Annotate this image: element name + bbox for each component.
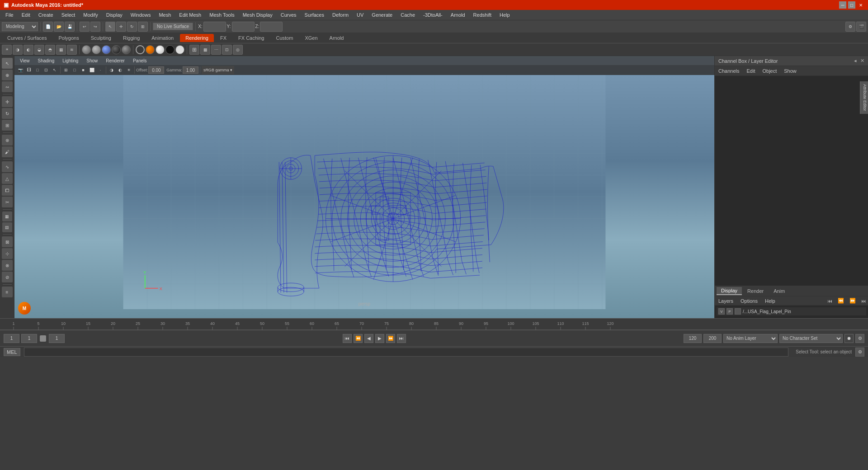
tab-polygons[interactable]: Polygons [53, 34, 84, 42]
display-tab-render[interactable]: Render [743, 287, 768, 295]
y-input[interactable] [232, 22, 255, 32]
bone-lt[interactable]: ⊘ [2, 272, 13, 282]
joint-lt[interactable]: ⊗ [2, 260, 13, 271]
vpt-select[interactable]: ↖ [51, 66, 59, 74]
vp-menu-shading[interactable]: Shading [34, 58, 58, 64]
soft-mod-lt[interactable]: ⊛ [2, 135, 13, 146]
open-scene-button[interactable]: 📂 [54, 22, 64, 32]
viewport[interactable]: View Shading Lighting Show Renderer Pane… [14, 56, 714, 318]
vpt-smooth[interactable]: □ [71, 66, 79, 74]
extrude-lt[interactable]: ⧠ [2, 185, 13, 196]
vpt-camera[interactable]: 📷 [16, 66, 24, 74]
anim-settings-btn[interactable]: ⚙ [855, 334, 864, 343]
sphere-gray-btn[interactable] [82, 45, 91, 54]
snap-settings-button[interactable]: ⚙ [845, 22, 855, 32]
menu-windows[interactable]: Windows [127, 11, 155, 19]
layers-menu-options[interactable]: Options [739, 298, 760, 304]
play-forward-btn[interactable]: ▶ [375, 334, 384, 343]
paint-select-lt[interactable]: ⊕ [2, 70, 13, 80]
rp-control-expand[interactable]: ◂ [854, 58, 857, 64]
specular-btn[interactable]: ◓ [45, 45, 55, 55]
vpt-color-mgmt[interactable]: sRGB gamma ▾ [202, 66, 234, 74]
channels-menu-channels[interactable]: Channels [717, 68, 741, 74]
grid2-lt[interactable]: ▤ [2, 222, 12, 232]
minimize-button[interactable]: ─ [839, 1, 846, 9]
texture-btn[interactable]: ▦ [56, 45, 66, 55]
channels-menu-show[interactable]: Show [782, 68, 798, 74]
tab-arnold-tab[interactable]: Arnold [324, 34, 349, 42]
layer-visibility-btn[interactable]: V [718, 308, 725, 315]
menu-arnold[interactable]: Arnold [447, 11, 469, 19]
move-lt[interactable]: ✛ [2, 96, 13, 107]
lasso-lt[interactable]: ∾ [2, 81, 13, 92]
autokey-btn[interactable]: ⏺ [844, 334, 854, 343]
snap2-btn[interactable]: ⋯ [211, 45, 221, 55]
right-panel-controls[interactable]: ◂ ✕ [854, 58, 864, 64]
select-tool-button[interactable]: ↖ [105, 22, 115, 32]
end-frame-input[interactable] [49, 334, 65, 343]
vp-menu-panels[interactable]: Panels [129, 58, 151, 64]
tab-curves-surfaces[interactable]: Curves / Surfaces [2, 34, 52, 42]
menu-deform[interactable]: Deform [329, 11, 352, 19]
menu-cache[interactable]: Cache [397, 11, 419, 19]
curve-lt[interactable]: ∿ [2, 161, 13, 172]
poly-lt[interactable]: △ [2, 173, 13, 184]
texture2-btn[interactable]: ▩ [200, 45, 210, 55]
menu-modify[interactable]: Modify [80, 11, 101, 19]
menu-help[interactable]: Help [496, 11, 514, 19]
menu-mesh-tools[interactable]: Mesh Tools [206, 11, 238, 19]
menu-generate[interactable]: Generate [368, 11, 396, 19]
tab-rigging[interactable]: Rigging [118, 34, 145, 42]
vpt-resolution[interactable]: □ [33, 66, 42, 74]
tab-custom[interactable]: Custom [271, 34, 299, 42]
sphere-orange-btn[interactable] [156, 45, 165, 54]
script-type-label[interactable]: MEL [4, 348, 20, 356]
tab-rendering[interactable]: Rendering [180, 34, 214, 42]
channels-menu-object[interactable]: Object [760, 68, 778, 74]
grid-lt[interactable]: ▦ [2, 212, 12, 221]
layer-fwd-btn[interactable]: ⏩ [849, 298, 856, 304]
menu-display[interactable]: Display [103, 11, 126, 19]
menu-file[interactable]: File [2, 11, 17, 19]
current-frame-input[interactable] [4, 334, 19, 343]
attribute-editor-tab[interactable]: Attribute Editor [860, 81, 868, 114]
tab-animation[interactable]: Animation [146, 34, 179, 42]
character-set-dropdown[interactable]: No Character Set [779, 334, 843, 343]
vp-menu-show[interactable]: Show [83, 58, 101, 64]
maximize-button[interactable]: □ [848, 1, 855, 9]
mode-dropdown[interactable]: Modeling [2, 22, 38, 31]
menu-redshift[interactable]: Redshift [470, 11, 495, 19]
menu-curves[interactable]: Curves [277, 11, 300, 19]
sphere-blue-btn[interactable] [102, 45, 111, 54]
step-back-btn[interactable]: ⏪ [354, 334, 363, 343]
sphere-white-btn[interactable] [175, 45, 184, 54]
shadow-btn[interactable]: ◑ [13, 45, 23, 55]
playback-start-input[interactable] [684, 334, 702, 343]
vpt-ao[interactable]: ◐ [116, 66, 124, 74]
ambient-btn[interactable]: ◐ [24, 45, 33, 55]
vpt-gamma-input[interactable] [183, 66, 198, 74]
display-tab-anim[interactable]: Anim [769, 287, 789, 295]
render-settings-button[interactable]: 🎬 [856, 22, 866, 32]
vpt-lighting2[interactable]: ☀ [125, 66, 133, 74]
menu-edit-mesh[interactable]: Edit Mesh [175, 11, 205, 19]
z-input[interactable] [260, 22, 283, 32]
sphere-gray2-btn[interactable] [92, 45, 101, 54]
paint-lt[interactable]: 🖌 [2, 146, 13, 157]
vpt-offset-input[interactable] [148, 66, 164, 74]
layers-menu-help[interactable]: Help [763, 298, 777, 304]
tab-fx[interactable]: FX [215, 34, 232, 42]
tab-fx-caching[interactable]: FX Caching [233, 34, 269, 42]
title-bar-controls[interactable]: ─ □ ✕ [839, 1, 864, 9]
layers-menu-layers[interactable]: Layers [717, 298, 735, 304]
scale-lt[interactable]: ⊞ [2, 120, 13, 131]
vp-menu-view[interactable]: View [16, 58, 33, 64]
snap-lt[interactable]: ⊠ [2, 236, 13, 247]
timeline-ruler[interactable]: 1 5 10 15 20 25 30 35 40 45 50 55 60 65 … [0, 318, 868, 330]
menu-3dtoall[interactable]: -3DtoAll- [420, 11, 446, 19]
vpt-flat[interactable]: ■ [79, 66, 87, 74]
status-settings-btn[interactable]: ⚙ [855, 348, 864, 357]
vpt-bounding[interactable]: ⬜ [88, 66, 96, 74]
tab-xgen[interactable]: XGen [299, 34, 323, 42]
menu-edit[interactable]: Edit [18, 11, 34, 19]
